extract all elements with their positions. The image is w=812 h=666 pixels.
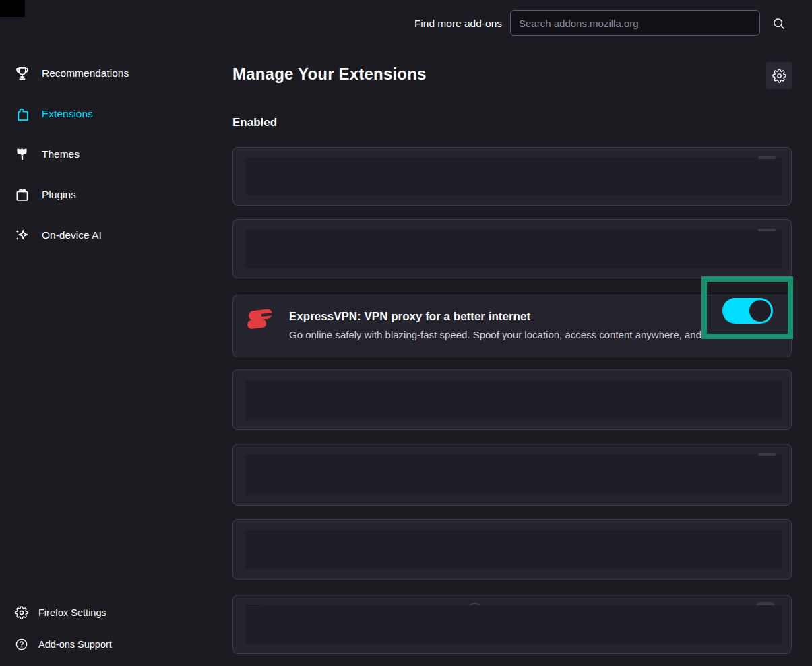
footer-item-label: Add-ons Support <box>38 639 112 650</box>
toggle-remnant-dash <box>758 156 776 159</box>
sidebar-item-extensions[interactable]: Extensions <box>13 99 93 129</box>
toggle-remnant-dash <box>758 453 776 456</box>
sidebar-item-label: Recommendations <box>42 67 129 80</box>
paintbrush-icon <box>13 146 31 163</box>
extension-name: ExpressVPN: VPN proxy for a better inter… <box>289 309 778 324</box>
enabled-section-heading: Enabled <box>232 116 277 129</box>
tools-for-all-addons-button[interactable] <box>766 62 792 89</box>
redacted-content-block <box>245 380 782 420</box>
footer-item-label: Firefox Settings <box>38 607 106 618</box>
sidebar-item-label: On-device AI <box>42 229 102 241</box>
sparkles-icon <box>13 226 31 244</box>
extension-card-redacted[interactable] <box>232 147 792 206</box>
extension-card-redacted[interactable] <box>232 369 792 430</box>
sidebar-item-on-device-ai[interactable]: On-device AI <box>13 220 102 250</box>
redacted-content-block <box>245 158 782 195</box>
search-input[interactable] <box>510 10 760 36</box>
gear-icon <box>15 606 28 619</box>
extension-card-expressvpn[interactable]: ExpressVPN: VPN proxy for a better inter… <box>232 295 792 357</box>
sidebar-item-label: Plugins <box>42 189 76 201</box>
redacted-content-block <box>245 605 782 644</box>
redaction-patch <box>0 0 25 17</box>
puzzle-icon <box>13 105 31 123</box>
sidebar-item-themes[interactable]: Themes <box>13 140 80 169</box>
help-icon <box>15 638 28 651</box>
redacted-content-block <box>245 530 782 570</box>
extension-card-redacted[interactable] <box>232 219 792 278</box>
expressvpn-logo-icon <box>245 304 275 336</box>
gear-icon <box>772 69 786 83</box>
toggle-knob <box>749 300 771 322</box>
sidebar-item-addons-support[interactable]: Add-ons Support <box>15 632 112 657</box>
page-title: Manage Your Extensions <box>232 65 427 84</box>
search-icon <box>772 16 786 31</box>
extension-card-redacted[interactable] <box>232 444 792 506</box>
sidebar-item-recommendations[interactable]: Recommendations <box>13 59 129 88</box>
extension-description: Go online safely with blazing-fast speed… <box>289 328 778 342</box>
extension-card-redacted[interactable] <box>232 595 792 654</box>
expressvpn-enabled-toggle[interactable] <box>722 298 773 324</box>
redacted-content-block <box>245 230 782 268</box>
sidebar-item-plugins[interactable]: Plugins <box>13 180 76 210</box>
sidebar-item-firefox-settings[interactable]: Firefox Settings <box>15 601 106 625</box>
extension-card-redacted[interactable] <box>232 519 792 580</box>
sidebar-item-label: Themes <box>42 148 80 160</box>
toggle-remnant-dash <box>758 229 776 231</box>
redacted-content-block <box>245 454 782 495</box>
search-button[interactable] <box>769 13 789 34</box>
plugin-icon <box>13 186 31 204</box>
trophy-icon <box>13 65 31 82</box>
find-more-addons-label: Find more add-ons <box>414 17 502 30</box>
sidebar-item-label: Extensions <box>42 108 93 120</box>
